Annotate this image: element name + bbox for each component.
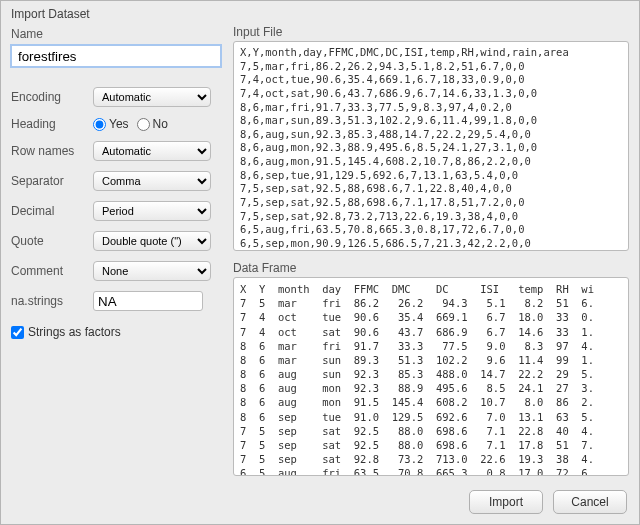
heading-yes-input[interactable]	[93, 118, 106, 131]
comment-label: Comment	[11, 264, 87, 278]
dialog-footer: Import Cancel	[1, 484, 639, 524]
rownames-label: Row names	[11, 144, 87, 158]
encoding-label: Encoding	[11, 90, 87, 104]
name-label: Name	[11, 27, 221, 41]
heading-no-input[interactable]	[137, 118, 150, 131]
heading-no-radio[interactable]: No	[137, 117, 168, 131]
separator-label: Separator	[11, 174, 87, 188]
input-file-preview: X,Y,month,day,FFMC,DMC,DC,ISI,temp,RH,wi…	[233, 41, 629, 251]
quote-select[interactable]: Double quote (")	[93, 231, 211, 251]
heading-yes-radio[interactable]: Yes	[93, 117, 129, 131]
options-panel: Name Encoding Automatic Heading Yes	[11, 25, 221, 476]
import-button[interactable]: Import	[469, 490, 543, 514]
comment-select[interactable]: None	[93, 261, 211, 281]
window-title: Import Dataset	[1, 1, 639, 25]
preview-panel: Input File X,Y,month,day,FFMC,DMC,DC,ISI…	[233, 25, 629, 476]
encoding-select[interactable]: Automatic	[93, 87, 211, 107]
separator-select[interactable]: Comma	[93, 171, 211, 191]
decimal-select[interactable]: Period	[93, 201, 211, 221]
rownames-select[interactable]: Automatic	[93, 141, 211, 161]
name-input[interactable]	[11, 45, 221, 67]
nastrings-input[interactable]	[93, 291, 203, 311]
nastrings-label: na.strings	[11, 294, 87, 308]
data-frame-label: Data Frame	[233, 261, 629, 275]
strings-as-factors-checkbox[interactable]: Strings as factors	[11, 325, 121, 339]
quote-label: Quote	[11, 234, 87, 248]
cancel-button[interactable]: Cancel	[553, 490, 627, 514]
heading-label: Heading	[11, 117, 87, 131]
data-frame-preview: X Y month day FFMC DMC DC ISI temp RH wi…	[233, 277, 629, 476]
decimal-label: Decimal	[11, 204, 87, 218]
import-dataset-dialog: Import Dataset Name Encoding Automatic H…	[0, 0, 640, 525]
strings-as-factors-input[interactable]	[11, 326, 24, 339]
input-file-label: Input File	[233, 25, 629, 39]
